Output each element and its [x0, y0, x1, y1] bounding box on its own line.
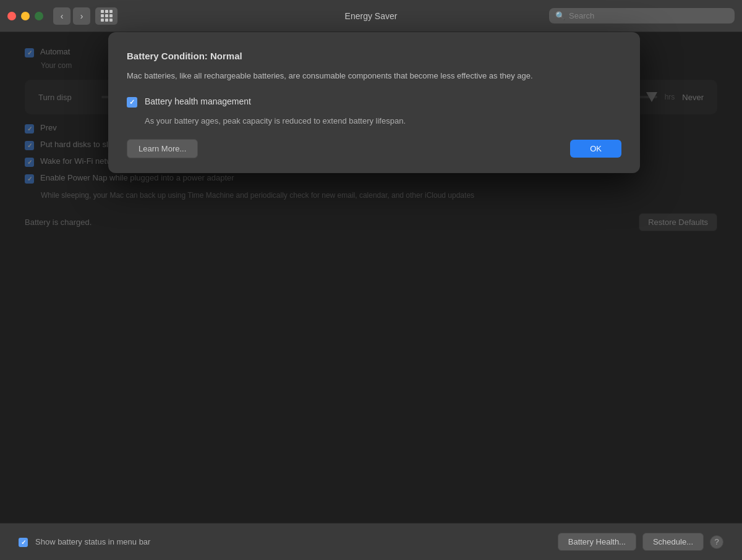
grid-icon [101, 10, 113, 22]
dialog-description: Mac batteries, like all rechargeable bat… [127, 70, 621, 83]
dialog-title: Battery Condition: Normal [127, 51, 621, 61]
dialog-footer: Learn More... OK [127, 139, 621, 158]
bottom-bar: Show battery status in menu bar Battery … [0, 523, 742, 560]
battery-dialog: Battery Condition: Normal Mac batteries,… [108, 32, 640, 173]
maximize-button[interactable] [35, 12, 43, 20]
health-mgmt-checkbox[interactable] [127, 97, 137, 108]
grid-button[interactable] [95, 7, 117, 25]
search-icon: 🔍 [555, 11, 565, 20]
window-title: Energy Saver [345, 11, 398, 21]
search-input[interactable] [569, 11, 728, 20]
back-button[interactable]: ‹ [53, 7, 70, 25]
nav-buttons: ‹ › [53, 7, 117, 25]
show-battery-label: Show battery status in menu bar [35, 537, 150, 546]
help-button[interactable]: ? [710, 535, 723, 549]
learn-more-button[interactable]: Learn More... [127, 139, 198, 158]
ok-button[interactable]: OK [570, 140, 621, 158]
schedule-button[interactable]: Schedule... [642, 533, 704, 551]
battery-health-button[interactable]: Battery Health... [558, 533, 636, 551]
minimize-button[interactable] [21, 12, 30, 20]
forward-button[interactable]: › [73, 7, 90, 25]
search-bar[interactable]: 🔍 [549, 8, 735, 23]
health-mgmt-label: Battery health management [145, 96, 251, 106]
title-bar: ‹ › Energy Saver 🔍 [0, 0, 742, 32]
bottom-buttons: Battery Health... Schedule... ? [558, 533, 723, 551]
health-mgmt-row: Battery health management [127, 96, 621, 108]
close-button[interactable] [7, 12, 16, 20]
traffic-lights [7, 12, 43, 20]
show-battery-checkbox[interactable] [19, 538, 28, 547]
health-mgmt-sublabel: As your battery ages, peak capacity is r… [145, 115, 621, 127]
